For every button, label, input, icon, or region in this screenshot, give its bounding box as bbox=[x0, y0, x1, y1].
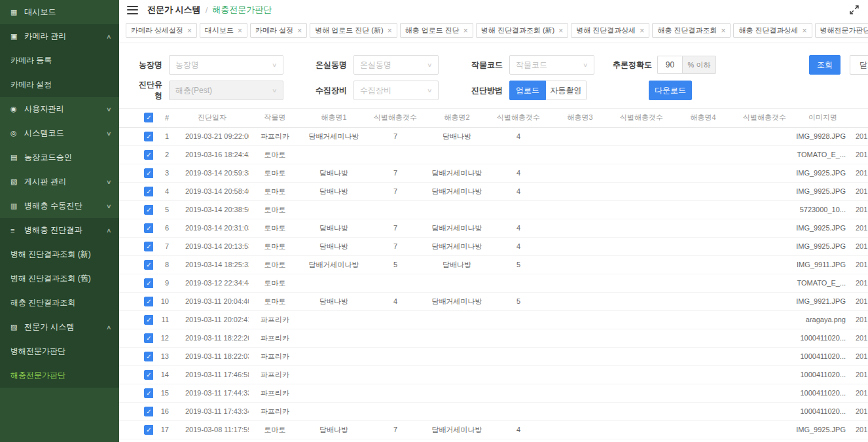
column-header[interactable]: 식별해충갯수 bbox=[613, 109, 670, 127]
tab-0[interactable]: 카메라 상세설정× bbox=[126, 23, 197, 38]
sidebar-item-disease-expert[interactable]: 병해전문가판단 bbox=[0, 339, 119, 363]
row-checkbox[interactable]: ✓ bbox=[144, 425, 153, 435]
farm-select[interactable]: 농장명 ∨ bbox=[169, 55, 283, 75]
row-checkbox[interactable]: ✓ bbox=[144, 260, 153, 270]
table-row[interactable]: ✓172019-03-08 11:17:59토마토담배나방7담배거세미나방4IM… bbox=[119, 420, 868, 439]
search-button[interactable]: 조회 bbox=[809, 55, 841, 75]
sidebar-item-camera-settings[interactable]: 카메라 설정 bbox=[0, 73, 119, 97]
close-icon[interactable]: × bbox=[803, 27, 807, 35]
table-row[interactable]: ✓112019-03-11 20:02:41파프리카aragaya.png201 bbox=[119, 310, 868, 329]
table-cell bbox=[736, 182, 793, 200]
sidebar-item-farm-code-approval[interactable]: ▤농장코드승인 bbox=[0, 145, 119, 170]
row-checkbox[interactable]: ✓ bbox=[144, 187, 153, 196]
column-header[interactable]: 식별해충갯수 bbox=[736, 109, 793, 127]
sidebar-item-pest-expert[interactable]: 해충전문가판단 bbox=[0, 363, 119, 388]
greenhouse-select[interactable]: 온실동명 ∨ bbox=[353, 55, 439, 75]
download-button[interactable]: 다운로드 bbox=[649, 81, 692, 100]
sidebar-item-expert-system[interactable]: ▨전문가 시스템∧ bbox=[0, 315, 119, 339]
row-checkbox[interactable]: ✓ bbox=[144, 388, 153, 398]
sidebar-item-camera-mgmt[interactable]: ▣카메라 관리∧ bbox=[0, 24, 119, 48]
column-header[interactable]: 식별해충갯수 bbox=[367, 109, 424, 127]
table-cell: 201 bbox=[852, 255, 868, 274]
equipment-select[interactable]: 수집장비 ∨ bbox=[353, 81, 439, 100]
tab-label: 대시보드 bbox=[205, 26, 234, 35]
table-row[interactable]: ✓52019-03-14 20:38:56토마토5723000_10...201 bbox=[119, 200, 868, 219]
row-checkbox[interactable]: ✓ bbox=[144, 370, 153, 380]
close-icon[interactable]: × bbox=[721, 27, 725, 35]
tab-9[interactable]: 병해전문가판단× bbox=[815, 23, 868, 38]
table-row[interactable]: ✓12019-03-21 09:22:00파프리카담배거세미나방7담배나방4IM… bbox=[119, 127, 868, 145]
table-row[interactable]: ✓152019-03-11 17:44:33파프리카1000411020...2… bbox=[119, 384, 868, 402]
sidebar-item-manual-diagnosis[interactable]: ▥병해충 수동진단∨ bbox=[0, 194, 119, 218]
table-row[interactable]: ✓72019-03-14 20:13:53토마토담배나방7담배거세미나방4IMG… bbox=[119, 237, 868, 255]
tab-6[interactable]: 병해 진단결과상세× bbox=[571, 23, 649, 38]
fullscreen-icon[interactable] bbox=[850, 5, 859, 14]
tab-1[interactable]: 대시보드× bbox=[200, 23, 247, 38]
row-checkbox[interactable]: ✓ bbox=[144, 278, 153, 288]
column-header[interactable]: 해충명1 bbox=[301, 109, 367, 127]
close-icon[interactable]: × bbox=[187, 27, 192, 35]
menu-toggle-icon[interactable] bbox=[127, 6, 138, 14]
sidebar-item-board-mgmt[interactable]: ▧게시판 관리∨ bbox=[0, 170, 119, 194]
close-icon[interactable]: × bbox=[558, 27, 563, 35]
column-header[interactable]: 해충명4 bbox=[670, 109, 736, 127]
tab-4[interactable]: 해충 업로드 진단× bbox=[400, 23, 473, 38]
row-checkbox[interactable]: ✓ bbox=[144, 223, 153, 233]
select-all-checkbox[interactable]: ✓ bbox=[144, 113, 153, 122]
tab-7[interactable]: 해충 진단결과조회× bbox=[652, 23, 731, 38]
tab-8[interactable]: 해충 진단결과상세× bbox=[733, 23, 812, 38]
close-icon[interactable]: × bbox=[297, 27, 302, 35]
column-header[interactable]: 해충명2 bbox=[424, 109, 490, 127]
upload-method-button[interactable]: 업로드 bbox=[509, 81, 546, 100]
row-checkbox[interactable]: ✓ bbox=[144, 242, 153, 251]
table-row[interactable]: ✓132019-03-11 18:22:03파프리카1000411020...2… bbox=[119, 347, 868, 365]
row-checkbox[interactable]: ✓ bbox=[144, 132, 153, 141]
sidebar-item-system-code[interactable]: ◎시스템코드∨ bbox=[0, 121, 119, 145]
close-icon[interactable]: × bbox=[640, 27, 644, 35]
column-header[interactable] bbox=[852, 109, 868, 127]
column-header[interactable]: 식별해충갯수 bbox=[490, 109, 547, 127]
table-row[interactable]: ✓142019-03-11 17:46:58파프리카1000411020...2… bbox=[119, 365, 868, 384]
close-icon[interactable]: × bbox=[463, 27, 468, 35]
table-row[interactable]: ✓122019-03-11 18:22:20파프리카1000411020...2… bbox=[119, 329, 868, 347]
table-row[interactable]: ✓102019-03-11 20:04:40토마토담배나방4담배거세미나방5IM… bbox=[119, 292, 868, 310]
row-checkbox[interactable]: ✓ bbox=[144, 150, 153, 160]
row-checkbox[interactable]: ✓ bbox=[144, 205, 153, 215]
sidebar-item-disease-results-old[interactable]: 병해 진단결과조회 (舊) bbox=[0, 267, 119, 291]
close-icon[interactable]: × bbox=[238, 27, 242, 35]
row-checkbox[interactable]: ✓ bbox=[144, 168, 153, 178]
table-row[interactable]: ✓162019-03-11 17:43:34파프리카1000411020...2… bbox=[119, 402, 868, 420]
sidebar-item-label: 대시보드 bbox=[24, 7, 111, 18]
table-row[interactable]: ✓42019-03-14 20:58:46토마토담배나방7담배거세미나방4IMG… bbox=[119, 182, 868, 200]
sidebar-item-camera-register[interactable]: 카메라 등록 bbox=[0, 48, 119, 73]
diagnosis-type-select[interactable]: 해충(Pest) ∨ bbox=[169, 81, 283, 100]
sidebar-item-diagnosis-results[interactable]: ≡병해충 진단결과∧ bbox=[0, 218, 119, 242]
row-checkbox[interactable]: ✓ bbox=[144, 297, 153, 306]
accuracy-input[interactable] bbox=[657, 56, 682, 74]
crop-code-select[interactable]: 작물코드 ∨ bbox=[509, 55, 594, 75]
row-checkbox[interactable]: ✓ bbox=[144, 333, 153, 343]
tab-3[interactable]: 병해 업로드 진단 (新)× bbox=[310, 23, 397, 38]
row-checkbox[interactable]: ✓ bbox=[144, 315, 153, 325]
column-header[interactable]: 진단일자 bbox=[175, 109, 249, 127]
close-button[interactable]: 닫기 bbox=[850, 55, 868, 75]
column-header[interactable]: 해충명3 bbox=[547, 109, 613, 127]
table-row[interactable]: ✓62019-03-14 20:31:03토마토담배나방7담배거세미나방4IMG… bbox=[119, 219, 868, 237]
sidebar-item-dashboard[interactable]: ▦대시보드 bbox=[0, 0, 119, 24]
column-header[interactable]: # bbox=[153, 109, 175, 127]
auto-capture-method-button[interactable]: 자동촬영 bbox=[546, 81, 587, 100]
table-row[interactable]: ✓92019-03-12 22:34:44토마토TOMATO_E_...201 bbox=[119, 274, 868, 292]
row-checkbox[interactable]: ✓ bbox=[144, 407, 153, 416]
sidebar-item-disease-results-new[interactable]: 병해 진단결과조회 (新) bbox=[0, 242, 119, 267]
sidebar-item-user-mgmt[interactable]: ◉사용자관리∨ bbox=[0, 97, 119, 121]
tab-5[interactable]: 병해 진단결과조회 (新)× bbox=[476, 23, 568, 38]
column-header[interactable]: 이미지명 bbox=[793, 109, 852, 127]
table-row[interactable]: ✓32019-03-14 20:59:38토마토담배나방7담배거세미나방4IMG… bbox=[119, 164, 868, 182]
tab-2[interactable]: 카메라 설정× bbox=[250, 23, 307, 38]
row-checkbox[interactable]: ✓ bbox=[144, 352, 153, 361]
close-icon[interactable]: × bbox=[388, 27, 392, 35]
table-row[interactable]: ✓82019-03-14 18:25:32토마토담배거세미나방5담배나방5IMG… bbox=[119, 255, 868, 274]
table-row[interactable]: ✓22019-03-16 18:24:43토마토TOMATO_E_...201 bbox=[119, 145, 868, 164]
sidebar-item-pest-results[interactable]: 해충 진단결과조회 bbox=[0, 291, 119, 315]
column-header[interactable]: 작물명 bbox=[249, 109, 301, 127]
